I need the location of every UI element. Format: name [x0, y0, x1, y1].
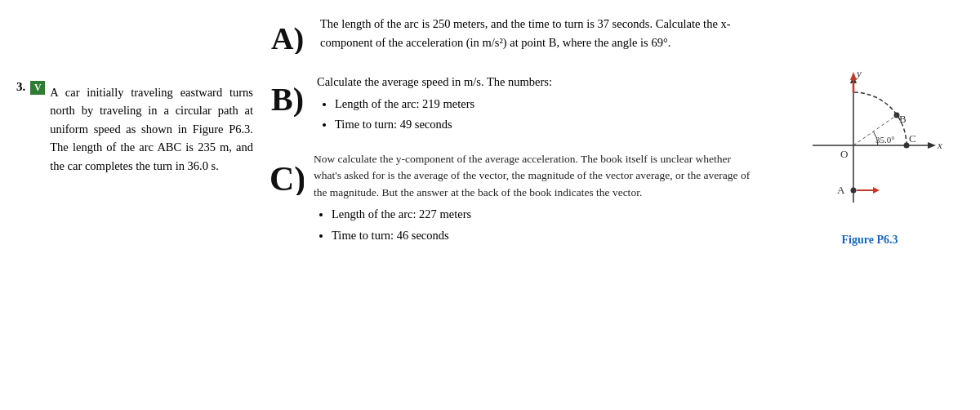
- svg-text:A: A: [837, 184, 845, 196]
- svg-text:B): B): [271, 81, 304, 117]
- figure-caption: Figure P6.3: [842, 234, 898, 247]
- part-c-bullets: Length of the arc: 227 meters Time to tu…: [314, 205, 760, 244]
- part-c-label: C): [270, 151, 304, 199]
- page-container: 3. V A car initially traveling eastward …: [0, 0, 980, 410]
- part-a-icon: A): [270, 15, 310, 54]
- part-c-content: Now calculate the y-component of the ave…: [314, 151, 760, 247]
- part-b-icon: B): [270, 73, 307, 117]
- svg-text:35.0°: 35.0°: [875, 135, 895, 145]
- left-column: 3. V A car initially traveling eastward …: [16, 15, 261, 395]
- right-column: x y O C B: [776, 15, 964, 395]
- part-b-content: Calculate the average speed in m/s. The …: [317, 73, 552, 136]
- svg-text:O: O: [840, 148, 848, 160]
- svg-text:x: x: [937, 139, 942, 151]
- part-b-row: B) Calculate the average speed in m/s. T…: [270, 73, 760, 136]
- part-a-label: A): [270, 15, 310, 58]
- part-c-intro: Now calculate the y-component of the ave…: [314, 151, 760, 203]
- part-a-content: The length of the arc is 250 meters, and…: [320, 15, 760, 56]
- part-c-bullet-1: Length of the arc: 227 meters: [332, 205, 760, 224]
- part-c-icon: C): [270, 151, 304, 195]
- svg-marker-19: [873, 187, 880, 194]
- part-b-bullets: Length of the arc: 219 meters Time to tu…: [317, 95, 552, 134]
- part-b-label: B): [270, 73, 307, 121]
- svg-marker-21: [850, 72, 857, 80]
- part-b-bullet-1: Length of the arc: 219 meters: [335, 95, 552, 114]
- figure-container: x y O C B: [788, 64, 951, 227]
- middle-column: A) The length of the arc is 250 meters, …: [261, 15, 776, 395]
- part-b-bullet-2: Time to turn: 49 seconds: [335, 115, 552, 134]
- svg-text:B: B: [899, 113, 906, 125]
- part-c-row: C) Now calculate the y-component of the …: [270, 151, 760, 247]
- problem-number: 3.: [16, 80, 25, 94]
- svg-text:C): C): [270, 160, 304, 195]
- problem-number-row: 3. V A car initially traveling eastward …: [16, 80, 253, 175]
- part-a-text: The length of the arc is 250 meters, and…: [320, 15, 760, 52]
- svg-text:C: C: [909, 132, 916, 145]
- part-a-row: A) The length of the arc is 250 meters, …: [270, 15, 760, 58]
- part-b-intro: Calculate the average speed in m/s. The …: [317, 73, 552, 91]
- svg-text:A): A): [271, 21, 304, 54]
- svg-point-16: [851, 188, 857, 194]
- part-c-bullet-2: Time to turn: 46 seconds: [332, 226, 760, 245]
- svg-marker-6: [928, 142, 936, 149]
- figure-p6-3-svg: x y O C B: [788, 64, 951, 227]
- problem-badge: V: [30, 81, 45, 95]
- problem-body: A car initially traveling eastward turns…: [50, 83, 253, 175]
- svg-text:y: y: [855, 67, 862, 79]
